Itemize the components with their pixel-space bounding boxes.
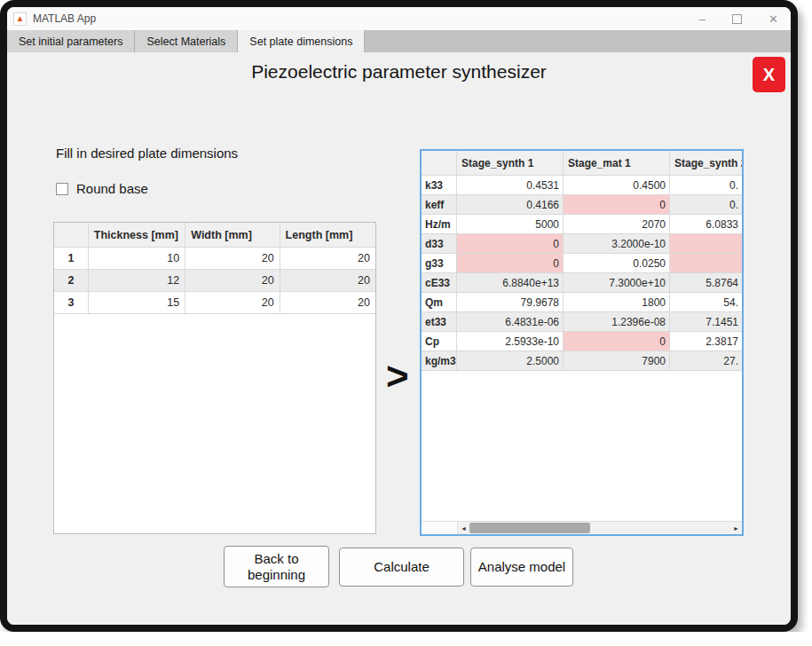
results-cell[interactable]: 5.8764 — [670, 273, 742, 293]
table-cell[interactable]: 10 — [89, 248, 185, 270]
scroll-left-icon[interactable]: ◄ — [458, 522, 469, 534]
results-cell[interactable]: 0 — [564, 332, 670, 351]
table-cell[interactable]: 20 — [280, 248, 375, 270]
row-label: k33 — [422, 176, 457, 195]
results-row-Qm: Qm79.9678180054. — [422, 293, 742, 312]
results-cell[interactable]: 3.2000e-10 — [564, 234, 670, 254]
results-cell[interactable]: 0 — [564, 195, 670, 215]
results-row-g33: g3300.0250 — [422, 254, 742, 273]
maximize-icon[interactable] — [732, 14, 742, 24]
results-column-header — [422, 151, 457, 176]
results-cell[interactable]: 6.0833 — [670, 215, 742, 234]
results-cell[interactable]: 0. — [670, 195, 742, 215]
results-column-header: Stage_mat 1 — [564, 151, 670, 176]
scrollbar-corner — [422, 522, 458, 534]
tab-bar: Set initial parametersSelect MaterialsSe… — [7, 30, 791, 52]
results-cell[interactable] — [670, 234, 742, 254]
app-window: ▲ MATLAB App – ✕ Set initial parametersS… — [0, 0, 798, 632]
back-to-beginning-button[interactable]: Back to beginning — [224, 546, 329, 587]
results-cell[interactable]: 0 — [457, 234, 564, 254]
table-cell[interactable]: 20 — [280, 292, 375, 314]
table-cell[interactable]: 12 — [89, 270, 185, 292]
window-title: MATLAB App — [33, 12, 96, 25]
analyse-model-button[interactable]: Analyse model — [470, 548, 573, 587]
results-cell[interactable]: 0 — [457, 254, 564, 273]
table-cell[interactable]: 20 — [280, 270, 375, 292]
row-label: keff — [422, 195, 457, 215]
table-cell[interactable]: 15 — [89, 292, 185, 314]
column-header — [54, 223, 89, 248]
results-cell[interactable]: 1800 — [564, 293, 670, 312]
results-row-k33: k330.45310.45000. — [422, 176, 742, 195]
results-cell[interactable]: 5000 — [457, 215, 564, 234]
scroll-right-icon[interactable]: ► — [730, 522, 742, 534]
main-content: Piezoelectric parameter synthesizer X Fi… — [7, 52, 791, 632]
tab-select-materials[interactable]: Select Materials — [135, 30, 238, 52]
row-label: kg/m3 — [422, 351, 457, 371]
results-row-keff: keff0.416600. — [422, 195, 742, 215]
results-cell[interactable]: 6.4831e-06 — [457, 312, 564, 332]
results-table-rows: Stage_synth 1Stage_mat 1Stage_synth 2k33… — [422, 151, 742, 371]
tab-set-initial-parameters[interactable]: Set initial parameters — [7, 30, 135, 52]
results-cell[interactable]: 1.2396e-08 — [564, 312, 670, 332]
row-label: Cp — [422, 332, 457, 351]
horizontal-scrollbar[interactable]: ◄ ► — [422, 521, 742, 534]
table-cell[interactable]: 20 — [185, 270, 280, 292]
results-cell[interactable]: 79.9678 — [457, 293, 564, 312]
results-cell[interactable]: 0. — [670, 176, 742, 195]
results-cell[interactable]: 7.1451 — [670, 312, 742, 332]
checkbox-label: Round base — [76, 181, 148, 196]
round-base-checkbox[interactable]: Round base — [56, 181, 148, 196]
results-cell[interactable]: 2.5933e-10 — [457, 332, 564, 351]
page-title: Piezoelectric parameter synthesizer — [7, 61, 791, 83]
table-row: 1102020 — [54, 248, 375, 270]
table-cell[interactable]: 20 — [185, 292, 280, 314]
results-cell[interactable]: 27. — [670, 351, 742, 371]
results-table-empty-area — [422, 371, 742, 521]
scrollbar-thumb[interactable] — [469, 523, 590, 533]
results-column-header: Stage_synth 2 — [670, 151, 742, 176]
close-app-button[interactable]: X — [753, 57, 785, 92]
results-cell[interactable]: 7.3000e+10 — [564, 273, 670, 293]
results-cell[interactable]: 2.5000 — [457, 351, 564, 371]
row-label: g33 — [422, 254, 457, 273]
results-row-Hz/m: Hz/m500020706.0833 — [422, 215, 742, 234]
results-cell[interactable]: 6.8840e+13 — [457, 273, 564, 293]
scrollbar-track[interactable] — [469, 522, 730, 534]
results-cell[interactable]: 2.3817 — [670, 332, 742, 351]
results-cell[interactable] — [670, 254, 742, 273]
row-number: 3 — [54, 292, 89, 314]
results-cell[interactable]: 7900 — [564, 351, 670, 371]
column-header: Length [mm] — [280, 223, 375, 248]
table-cell[interactable]: 20 — [185, 248, 280, 270]
table-row: 2122020 — [54, 270, 375, 292]
results-cell[interactable]: 2070 — [564, 215, 670, 234]
minimize-icon[interactable]: – — [699, 13, 706, 25]
results-cell[interactable]: 0.4531 — [457, 176, 564, 195]
row-number: 1 — [54, 248, 89, 270]
column-header: Thickness [mm] — [89, 223, 185, 248]
title-bar: ▲ MATLAB App – ✕ — [7, 7, 791, 30]
results-cell[interactable]: 0.0250 — [564, 254, 670, 273]
plate-dimensions-table[interactable]: Thickness [mm]Width [mm]Length [mm]11020… — [53, 222, 376, 534]
row-number: 2 — [54, 270, 89, 292]
results-row-d33: d3303.2000e-10 — [422, 234, 742, 254]
calculate-button[interactable]: Calculate — [339, 548, 464, 587]
table-header-row: Thickness [mm]Width [mm]Length [mm] — [54, 223, 375, 248]
results-cell[interactable]: 0.4166 — [457, 195, 564, 215]
results-cell[interactable]: 54. — [670, 293, 742, 312]
checkbox-icon[interactable] — [56, 183, 68, 195]
tab-set-plate-dimensions[interactable]: Set plate dimensions — [238, 30, 365, 52]
results-column-header: Stage_synth 1 — [457, 151, 564, 176]
row-label: d33 — [422, 234, 457, 254]
results-row-kg/m3: kg/m32.5000790027. — [422, 351, 742, 371]
results-table[interactable]: Stage_synth 1Stage_mat 1Stage_synth 2k33… — [420, 149, 744, 536]
close-window-icon[interactable]: ✕ — [769, 13, 778, 25]
row-label: cE33 — [422, 273, 457, 293]
plate-dimensions-instruction: Fill in desired plate dimensions — [56, 146, 238, 161]
row-label: Qm — [422, 293, 457, 312]
table-row: 3152020 — [54, 292, 375, 314]
window-controls: – ✕ — [699, 7, 778, 30]
results-row-et33: et336.4831e-061.2396e-087.1451 — [422, 312, 742, 332]
results-cell[interactable]: 0.4500 — [564, 176, 670, 195]
